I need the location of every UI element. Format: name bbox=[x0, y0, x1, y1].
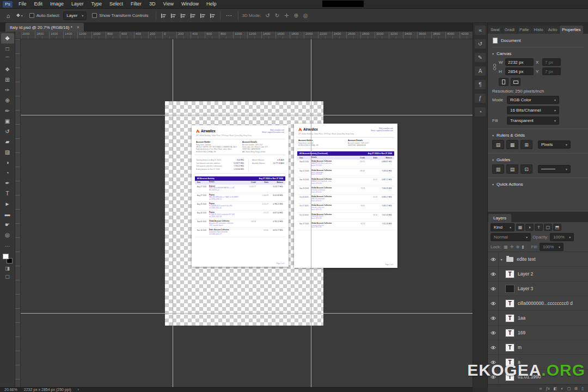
statement-page-1[interactable]: Airwallex Web: airwallex.comEmail: suppo… bbox=[192, 125, 289, 267]
move-tool[interactable]: ✥ bbox=[1, 33, 14, 44]
clone-stamp-tool[interactable]: ▣ bbox=[1, 116, 14, 126]
pen-tool[interactable]: ✒ bbox=[1, 178, 14, 188]
height-field[interactable]: 2854 px bbox=[505, 68, 534, 75]
layer-name[interactable]: 1aa bbox=[518, 315, 525, 321]
blur-tool[interactable]: ◑ bbox=[1, 157, 14, 168]
layers-footer-icon[interactable]: ⊞ bbox=[574, 387, 578, 391]
zoom-level-field[interactable]: 20.66% bbox=[4, 388, 17, 392]
lock-icon[interactable]: ▦ bbox=[504, 244, 508, 249]
menu-item[interactable]: View bbox=[160, 0, 177, 8]
history-panel-icon[interactable]: ↺ bbox=[475, 39, 486, 48]
type-tool[interactable]: T bbox=[1, 188, 14, 199]
align-bottom-icon[interactable] bbox=[209, 12, 216, 19]
layer-visibility-toggle[interactable] bbox=[488, 296, 499, 310]
toggle-rulers-button[interactable]: ▤ bbox=[492, 140, 504, 149]
rulers-grids-section-header[interactable]: ▾ Rulers & Grids bbox=[492, 133, 584, 138]
panel-tab[interactable]: Histo bbox=[532, 26, 546, 34]
layer-visibility-toggle[interactable] bbox=[488, 252, 499, 266]
layer-name[interactable]: Layer 2 bbox=[518, 271, 533, 277]
menu-item[interactable]: Layer bbox=[68, 0, 88, 8]
toggle-pixel-grid-button[interactable]: ⊞ bbox=[520, 140, 532, 149]
menu-item[interactable]: Filter bbox=[127, 0, 145, 8]
layer-visibility-toggle[interactable] bbox=[488, 311, 499, 325]
3d-mode-icon[interactable]: ◎ bbox=[303, 13, 308, 19]
bit-depth-dropdown[interactable]: 16 Bits/Channel ▾ bbox=[507, 106, 559, 114]
menu-item[interactable]: Window bbox=[177, 0, 203, 8]
show-transform-checkbox[interactable]: Show Transform Controls bbox=[92, 13, 148, 18]
checkbox-icon[interactable] bbox=[92, 13, 97, 18]
layer-name[interactable]: 169 bbox=[518, 330, 525, 335]
layer-name[interactable]: edite text bbox=[517, 256, 536, 262]
layer-name[interactable]: m bbox=[518, 345, 522, 350]
layer-thumbnail[interactable]: T bbox=[505, 344, 514, 352]
brush-settings-panel-icon[interactable]: ✎ bbox=[475, 53, 486, 62]
path-selection-tool[interactable]: ► bbox=[1, 199, 14, 209]
brush-tool[interactable]: ✏ bbox=[1, 106, 14, 116]
x-field[interactable]: 7 px bbox=[542, 58, 561, 66]
layers-footer-icon[interactable]: ◧ bbox=[554, 387, 558, 391]
toggle-grid-button[interactable]: ▦ bbox=[506, 140, 518, 149]
layer-thumbnail[interactable]: T bbox=[505, 270, 514, 278]
eyedropper-tool[interactable]: ✑ bbox=[1, 85, 14, 95]
layer-fill-dropdown[interactable]: 100% ▾ bbox=[540, 243, 564, 251]
statement-page-2[interactable]: Airwallex Web: airwallex.comEmail: suppo… bbox=[294, 124, 397, 268]
lock-icon[interactable]: ▮ bbox=[522, 244, 524, 249]
menu-item[interactable]: File bbox=[15, 0, 30, 8]
collapse-panels-icon[interactable]: « bbox=[475, 26, 486, 35]
layer-row[interactable]: T cilla0000000...cccccccc0 d bbox=[488, 296, 588, 311]
layers-footer-icon[interactable]: ▯ bbox=[581, 387, 584, 391]
portrait-orientation-button[interactable] bbox=[499, 78, 509, 86]
clone-source-panel-icon[interactable]: ◔ bbox=[475, 107, 486, 117]
panel-tab[interactable]: Actio bbox=[546, 26, 560, 34]
document-tab[interactable]: Italy id.psd @ 20.7% (RGB/16) * × bbox=[5, 23, 84, 32]
layer-filter-dropdown[interactable]: Kind ▾ bbox=[491, 223, 514, 231]
toggle-guides-button[interactable]: ▥ bbox=[492, 164, 504, 174]
eraser-tool[interactable]: ▰ bbox=[1, 137, 14, 147]
align-top-icon[interactable] bbox=[189, 12, 197, 19]
tab-layers[interactable]: Layers bbox=[488, 214, 511, 222]
hand-tool[interactable]: ☛ bbox=[1, 219, 14, 230]
layer-row[interactable]: ▾ edite text bbox=[488, 252, 588, 267]
lock-guides-button[interactable]: ▤ bbox=[506, 164, 518, 174]
screen-mode-button[interactable]: ▢ bbox=[1, 272, 14, 280]
landscape-orientation-button[interactable] bbox=[511, 78, 520, 86]
dodge-tool[interactable]: ◔ bbox=[1, 168, 14, 178]
layer-filter-icon[interactable]: ▢ bbox=[544, 224, 552, 231]
horizontal-guide[interactable] bbox=[21, 115, 473, 115]
layer-visibility-toggle[interactable] bbox=[488, 326, 499, 340]
history-brush-tool[interactable]: ↺ bbox=[1, 126, 14, 137]
clear-guides-button[interactable]: ⊡ bbox=[520, 164, 532, 174]
opacity-dropdown[interactable]: 100% ▾ bbox=[550, 233, 574, 241]
menu-item[interactable]: 3D bbox=[145, 0, 160, 8]
3d-mode-icon[interactable]: ↺ bbox=[265, 13, 270, 19]
lock-icon[interactable]: ✛ bbox=[510, 244, 514, 249]
layers-footer-icon[interactable]: ∞ bbox=[539, 387, 542, 390]
layer-thumbnail[interactable]: T bbox=[505, 314, 514, 322]
crop-tool[interactable]: ⊞ bbox=[1, 75, 14, 85]
layer-visibility-toggle[interactable] bbox=[488, 281, 499, 296]
zoom-tool[interactable]: ◎ bbox=[1, 230, 14, 240]
layer-name[interactable]: cilla0000000...cccccccc0 d bbox=[518, 301, 573, 306]
menu-item[interactable]: Image bbox=[46, 0, 68, 8]
menu-item[interactable]: Type bbox=[88, 0, 106, 8]
quick-selection-tool[interactable]: ❖ bbox=[1, 64, 14, 75]
shape-tool[interactable]: ▬ bbox=[1, 209, 14, 219]
menu-item[interactable]: Select bbox=[106, 0, 127, 8]
layers-footer-icon[interactable]: ▢ bbox=[567, 387, 571, 391]
guides-section-header[interactable]: ▾ Guides bbox=[492, 157, 584, 162]
auto-select-checkbox[interactable]: Auto-Select: bbox=[29, 13, 60, 18]
panel-tab[interactable]: Patte bbox=[517, 26, 531, 34]
y-field[interactable]: 7 px bbox=[542, 68, 561, 75]
align-center-v-icon[interactable] bbox=[199, 12, 206, 19]
align-center-h-icon[interactable] bbox=[170, 12, 177, 19]
layer-thumbnail[interactable]: T bbox=[505, 299, 514, 308]
vertical-guide[interactable] bbox=[173, 39, 173, 388]
width-field[interactable]: 2232 px bbox=[505, 58, 534, 66]
color-swatches[interactable] bbox=[2, 253, 13, 264]
layer-thumbnail[interactable] bbox=[505, 285, 514, 293]
layer-filter-icon[interactable]: ▦ bbox=[516, 224, 524, 231]
layer-name[interactable]: Layer 3 bbox=[518, 286, 533, 291]
home-icon[interactable]: ⌂ bbox=[3, 13, 13, 19]
layer-row[interactable]: T 1aa bbox=[488, 311, 588, 326]
panel-tab[interactable]: Swat bbox=[488, 26, 502, 34]
